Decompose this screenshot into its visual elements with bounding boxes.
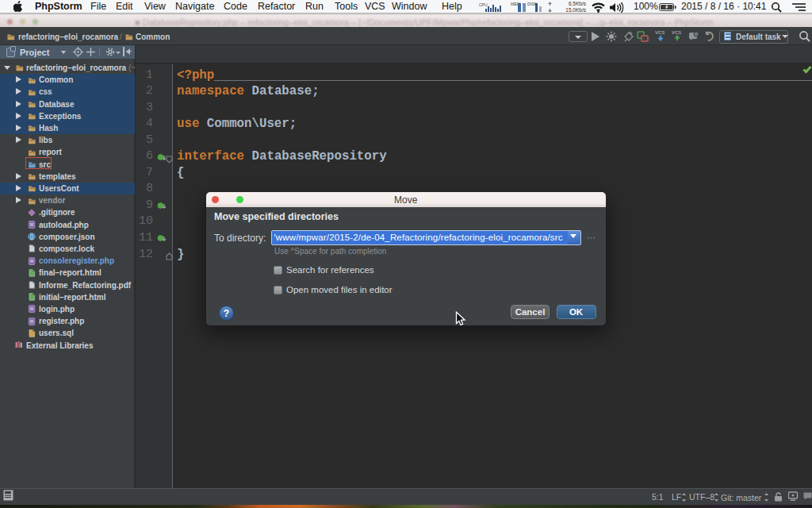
svg-text:VCS: VCS	[655, 30, 665, 35]
svg-text:CPU: CPU	[479, 2, 488, 7]
svg-text:VCS: VCS	[672, 30, 681, 35]
